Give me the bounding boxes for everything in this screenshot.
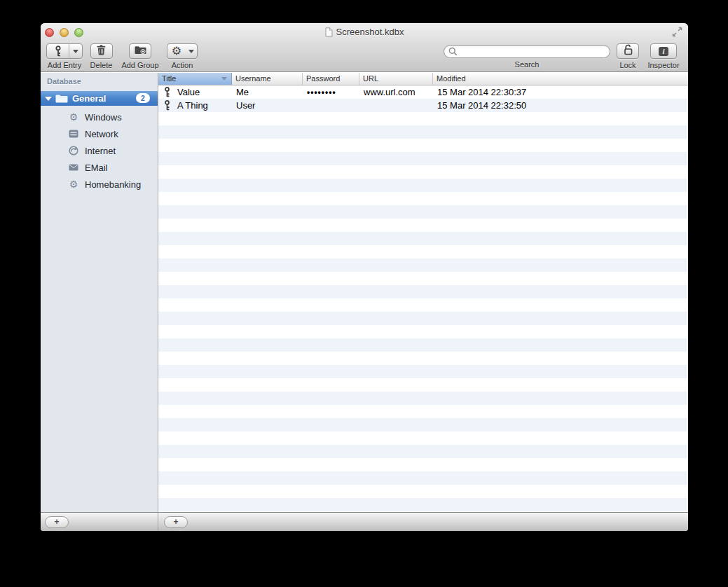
sidebar-item-windows[interactable]: ⚙ Windows: [41, 109, 158, 125]
padlock-open-icon: [623, 44, 633, 58]
entry-title: A Thing: [177, 100, 208, 111]
entry-count-badge: 2: [136, 93, 150, 103]
key-icon: [163, 100, 171, 111]
sidebar-item-network[interactable]: Network: [41, 125, 158, 142]
server-icon: [68, 130, 79, 138]
sidebar-item-label: Internet: [85, 146, 116, 156]
add-entry-pill-button[interactable]: +: [164, 516, 188, 528]
inspector-label: Inspector: [647, 61, 679, 69]
sidebar-group-label: General: [72, 93, 106, 104]
action-dropdown[interactable]: [186, 44, 197, 58]
column-header-label: Username: [235, 74, 271, 83]
column-header-label: URL: [363, 74, 378, 83]
entry-row[interactable]: A Thing User 15 Mar 2014 22:32:50: [158, 99, 688, 112]
column-header-title[interactable]: Title: [158, 73, 232, 85]
chevron-down-icon: [188, 50, 194, 53]
sidebar-item-email[interactable]: EMail: [41, 159, 158, 176]
entry-modified: 15 Mar 2014 22:30:37: [433, 87, 688, 97]
trash-icon: [97, 45, 106, 58]
titlebar-toolbar[interactable]: Screenshot.kdbx Add Entry: [41, 23, 688, 72]
gear-icon: ⚙: [172, 46, 181, 57]
sidebar-item-label: Windows: [85, 112, 122, 123]
folder-icon: [55, 95, 68, 103]
lock-label: Lock: [619, 61, 636, 69]
inspector-group: i Inspector: [647, 43, 680, 69]
gear-icon: ⚙: [69, 179, 78, 189]
sidebar-item-label: Homebanking: [85, 179, 141, 190]
entry-row[interactable]: Value Me •••••••• www.url.com 15 Mar 201…: [158, 85, 688, 99]
sidebar-item-label: EMail: [85, 163, 108, 173]
document-icon: [325, 27, 333, 37]
sidebar-group-general[interactable]: General 2: [41, 91, 158, 106]
add-entry-button[interactable]: [46, 43, 83, 59]
add-group-pill-button[interactable]: +: [45, 516, 69, 528]
table-body[interactable]: Value Me •••••••• www.url.com 15 Mar 201…: [158, 85, 688, 512]
disclosure-triangle-icon[interactable]: [45, 97, 52, 101]
gear-icon: ⚙: [69, 112, 78, 122]
column-header-label: Password: [306, 74, 340, 83]
window-title-area: Screenshot.kdbx: [41, 27, 688, 37]
window-title: Screenshot.kdbx: [336, 27, 404, 37]
entry-username: User: [232, 100, 303, 111]
column-header-username[interactable]: Username: [232, 73, 303, 85]
column-header-label: Title: [162, 74, 176, 83]
envelope-icon: [68, 164, 79, 171]
search-input[interactable]: [460, 46, 605, 57]
fullscreen-icon[interactable]: [671, 27, 683, 37]
delete-group: Delete: [88, 43, 114, 69]
delete-label: Delete: [90, 61, 113, 69]
folder-plus-icon: [135, 45, 146, 57]
column-header-password[interactable]: Password: [303, 73, 359, 85]
column-header-label: Modified: [437, 74, 466, 83]
key-icon: [47, 44, 69, 58]
table-header: Title Username Password URL Modified: [158, 73, 688, 85]
add-group-label: Add Group: [121, 61, 158, 69]
action-button[interactable]: ⚙: [167, 43, 198, 59]
bottom-bar: + +: [41, 512, 688, 531]
column-header-modified[interactable]: Modified: [433, 73, 688, 85]
sidebar-item-internet[interactable]: Internet: [41, 142, 158, 159]
column-header-url[interactable]: URL: [359, 73, 433, 85]
lock-group: Lock: [617, 43, 639, 69]
add-entry-dropdown[interactable]: [69, 44, 82, 58]
entry-title: Value: [177, 87, 200, 97]
lock-button[interactable]: [617, 43, 639, 59]
add-entry-label: Add Entry: [48, 61, 81, 69]
sidebar-item-homebanking[interactable]: ⚙ Homebanking: [41, 176, 158, 193]
inspector-button[interactable]: i: [650, 43, 677, 59]
add-entry-group: Add Entry: [46, 43, 83, 69]
search-field[interactable]: [444, 45, 610, 58]
sort-descending-icon: [221, 77, 227, 81]
globe-icon: [68, 146, 79, 156]
app-window: Screenshot.kdbx Add Entry: [41, 23, 688, 531]
entry-url: www.url.com: [359, 87, 433, 97]
search-group: Search: [444, 43, 610, 69]
info-icon: i: [659, 47, 668, 56]
action-group: ⚙ Action: [167, 43, 198, 69]
search-icon: [448, 47, 458, 56]
key-icon: [163, 87, 171, 97]
chevron-down-icon: [73, 50, 78, 53]
entry-modified: 15 Mar 2014 22:32:50: [433, 100, 688, 111]
entry-username: Me: [232, 87, 303, 97]
sidebar-item-label: Network: [85, 129, 118, 139]
delete-button[interactable]: [90, 43, 113, 59]
search-label: Search: [515, 60, 540, 69]
action-label: Action: [172, 61, 193, 69]
entry-password-masked: ••••••••: [307, 88, 336, 97]
add-group-button[interactable]: [129, 43, 151, 59]
sidebar: Database General 2 ⚙ Windows Network: [41, 73, 158, 512]
add-group-group: Add Group: [121, 43, 160, 69]
entry-table: Title Username Password URL Modified: [158, 73, 688, 512]
bottom-bar-divider: [158, 513, 158, 531]
sidebar-section-label: Database: [47, 77, 81, 85]
